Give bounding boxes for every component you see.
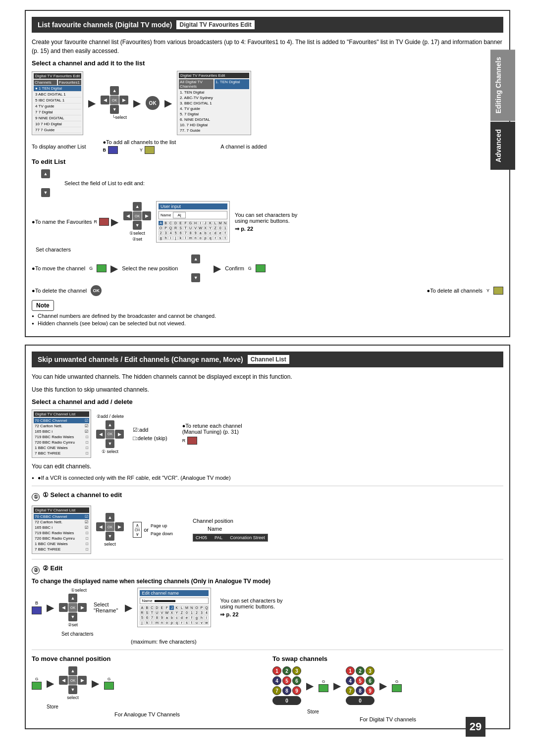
num-8b[interactable]: 8 [356,686,365,695]
dpad-up[interactable]: ▲ [110,86,119,95]
num-5[interactable]: 5 [282,676,291,685]
num-9b[interactable]: 9 [366,686,374,695]
dpad-down-e[interactable]: ▼ [106,532,114,541]
dpad-right[interactable]: ▶ [119,96,128,104]
section2-title: Skip unwanted channels / Edit channels (… [38,355,243,363]
num-8[interactable]: 8 [282,686,291,695]
btn-g-store[interactable] [104,682,114,690]
dpad-move[interactable]: ▲ ▼ [182,254,210,282]
dpad-ok-e[interactable]: OK [106,522,114,531]
num-6b[interactable]: 6 [366,676,374,685]
btn-y[interactable] [145,146,155,154]
dpad-ok[interactable]: OK [110,96,119,104]
ok-button-1[interactable]: OK [146,96,160,110]
dpad-left-ed[interactable]: ◀ [59,603,68,612]
dpad-right-ed[interactable]: ▶ [78,603,87,612]
check-delete-label: □:delete (skip) [133,435,167,441]
dpad-add[interactable]: ▲ ◀ OK ▶ ▼ [96,420,124,448]
p22-ref-2: ⇒ p. 22 [220,611,284,618]
dpad-down[interactable]: ▼ [110,105,119,114]
ch05-label: CH05 [196,535,207,540]
btn-r[interactable] [99,218,109,226]
num-3[interactable]: 3 [292,666,301,675]
dpad-edit[interactable]: ▲ ◀ OK ▶ ▼ [96,513,124,541]
dpad-down-3[interactable]: ▼ [133,221,142,230]
dpad-up-mv[interactable]: ▲ [68,666,77,675]
dpad-ok-2[interactable]: ▲ ◀ OK ▶ ▼ [123,202,151,230]
btn-g-store-2[interactable] [392,684,402,692]
btn-g-move-2[interactable] [32,682,42,690]
swap-channels-title: To swap channels [272,655,503,662]
num-4b[interactable]: 4 [346,676,355,685]
to-move-channel-label: ●To move the channel [32,265,85,271]
swap-num-grid-2: 1 2 3 4 5 6 7 8 9 [346,666,374,705]
num-5b[interactable]: 5 [356,676,365,685]
ok-delete[interactable]: OK [91,285,102,296]
dpad-ok-3[interactable]: OK [133,211,142,220]
dpad-right-3[interactable]: ▶ [142,211,151,220]
dpad-up-ed[interactable]: ▲ [68,594,77,603]
dpad-up-m[interactable]: ▲ [191,254,200,263]
dpad-up-2[interactable]: ▲ [41,169,50,178]
dpad-down-ed[interactable]: ▼ [68,612,77,621]
dpad-move-2[interactable]: ▲ ◀ OK ▶ ▼ [59,666,87,694]
swap-diagram: 1 2 3 4 5 6 7 8 9 [272,666,503,705]
dpad-right-a[interactable]: ▶ [115,430,124,439]
dpad-up-a[interactable]: ▲ [106,420,114,429]
btn-b-edit[interactable] [32,606,42,614]
select-channel-subtitle: Select a channel and add it to the list [32,59,503,67]
arrow-edit-1: ▶ [47,602,54,613]
dpad-down-2[interactable]: ▼ [41,188,50,197]
num-6[interactable]: 6 [292,676,301,685]
dpad-left-3[interactable]: ◀ [123,211,132,220]
dpad-ok-a[interactable]: OK [106,430,114,439]
btn-g-swap[interactable] [319,684,328,692]
dpad-right-e[interactable]: ▶ [115,522,124,531]
max-chars-label: (maximum: five characters) [131,639,503,645]
num-9[interactable]: 9 [292,686,301,695]
section1-intro: Create your favourite channel list (Favo… [32,38,503,55]
dpad-1[interactable]: ▲ ◀ OK ▶ ▼ [101,86,128,114]
user-input-title: User input [159,203,227,209]
dpad-ok-mv[interactable]: OK [68,676,77,685]
channel-added-label: A channel is added [220,144,280,150]
btn-g-move[interactable] [97,264,107,272]
dpad-left-a[interactable]: ◀ [96,430,105,439]
dpad-left-mv[interactable]: ◀ [59,676,68,685]
mock-row-7: 10 7 HD Digital [34,121,81,127]
num-7[interactable]: 7 [272,686,281,695]
mock-row-1: ● 1 TEN Digital [34,86,81,92]
num-2[interactable]: 2 [282,666,291,675]
dpad-down-a[interactable]: ▼ [106,439,114,448]
num-4[interactable]: 4 [272,676,281,685]
channel-list-title-2: Digital TV Channel List [34,507,89,513]
dpad-down-m[interactable]: ▼ [191,273,200,282]
dpad-down-mv[interactable]: ▼ [68,685,77,694]
select-edit-diagram: Digital TV Channel List 70 CBBC Channel☑… [32,505,503,554]
arrow-edit-2: ▶ [125,602,132,613]
edit-list-section: To edit List ▲ ▼ Select the field of Lis… [32,158,503,326]
btn-g-confirm[interactable] [256,264,266,272]
dpad-left[interactable]: ◀ [101,96,109,104]
dpad-ok-ed[interactable]: OK [68,603,77,612]
dpad-edit-2[interactable]: ▲ ◀ OK ▶ ▼ [59,594,87,621]
dpad-up-e[interactable]: ▲ [106,513,114,522]
num-1[interactable]: 1 [272,666,281,675]
section2-intro1: You can hide unwanted channels. The hidd… [32,372,503,381]
num-1b[interactable]: 1 [346,666,355,675]
btn-b[interactable] [108,146,118,154]
btn-r-retune[interactable] [187,437,197,445]
num-2b[interactable]: 2 [356,666,365,675]
dpad-left-e[interactable]: ◀ [96,522,105,531]
dpad-right-mv[interactable]: ▶ [78,676,87,685]
dpad-up-3[interactable]: ▲ [133,202,142,211]
num-0[interactable]: 0 [272,696,301,705]
num-0b[interactable]: 0 [346,696,374,705]
dpad-updown[interactable]: ▲ ▼ [32,169,59,197]
select-diagram-row: Digital TV Favourites Edit Channels Favo… [32,71,503,135]
store-label-1: Store [47,704,263,709]
num-7b[interactable]: 7 [346,686,355,695]
store-label-2: Store [307,709,503,714]
btn-y-delete[interactable] [493,287,503,295]
num-3b[interactable]: 3 [366,666,374,675]
